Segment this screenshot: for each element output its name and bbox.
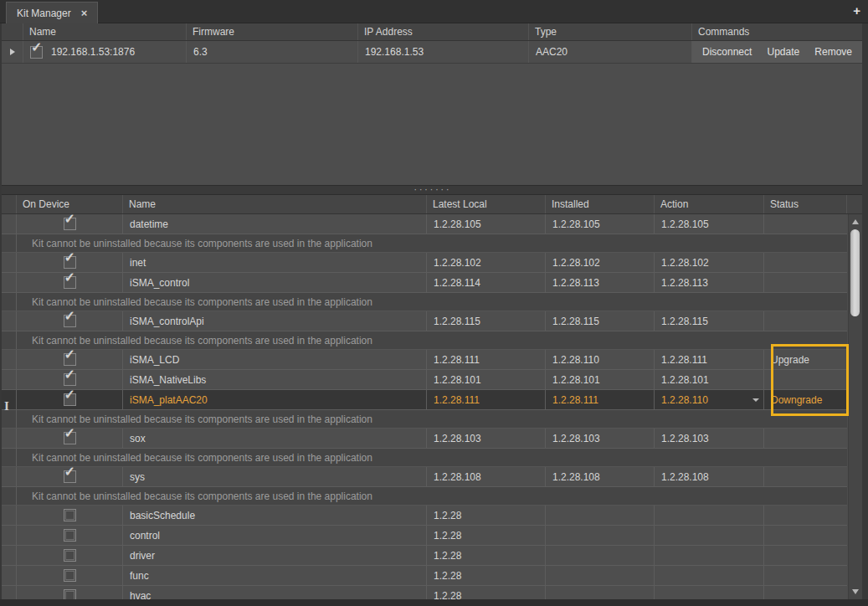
kit-action-cell[interactable] [655, 566, 764, 585]
device-column-commands[interactable]: Commands [692, 23, 862, 40]
device-name: 192.168.1.53:1876 [51, 46, 135, 58]
row-gutter [2, 487, 17, 505]
device-checkbox[interactable]: ✓ [30, 46, 43, 59]
kit-column-on-device[interactable]: On Device [17, 195, 123, 213]
kit-action-cell[interactable] [655, 506, 764, 525]
on-device-checkbox[interactable]: ✓ [64, 315, 76, 327]
kit-action-value: 1.2.28.102 [661, 257, 709, 269]
tab-close-icon[interactable]: × [81, 8, 88, 18]
row-gutter [2, 214, 17, 234]
kit-action-cell[interactable]: 1.2.28.113 [655, 273, 764, 292]
on-device-checkbox[interactable]: ✓ [64, 218, 76, 230]
device-row[interactable]: ✓ 192.168.1.53:1876 6.3 192.168.1.53 AAC… [2, 41, 862, 64]
kit-row[interactable]: func 1.2.28 [2, 566, 847, 586]
kit-row[interactable]: ✓ iSMA_platAAC20 1.2.28.111 1.2.28.111 1… [2, 390, 847, 410]
on-device-checkbox[interactable]: ✓ [64, 256, 76, 269]
kit-action-cell[interactable]: 1.2.28.103 [655, 429, 764, 448]
vertical-scrollbar[interactable] [848, 214, 862, 599]
kit-action-cell[interactable]: 1.2.28.105 [655, 214, 764, 234]
kit-action-value: 1.2.28.108 [661, 471, 709, 483]
kit-row[interactable]: ✓ iSMA_LCD 1.2.28.111 1.2.28.110 1.2.28.… [2, 350, 847, 370]
uninstall-message: Kit cannot be uninstalled because its co… [17, 410, 847, 428]
device-column-type[interactable]: Type [529, 23, 692, 40]
kit-name: func [123, 566, 427, 585]
device-table-header: Name Firmware IP Address Type Commands [2, 23, 862, 41]
kit-latest-local: 1.2.28.103 [427, 429, 546, 448]
on-device-checkbox[interactable]: ✓ [64, 470, 76, 483]
kit-name: iSMA_platAAC20 [123, 390, 427, 409]
kit-action-cell[interactable] [655, 526, 764, 545]
kit-column-status[interactable]: Status [764, 195, 847, 213]
on-device-checkbox[interactable]: ✓ [64, 432, 76, 444]
kit-action-cell[interactable]: 1.2.28.102 [655, 253, 764, 272]
kit-action-cell[interactable]: 1.2.28.108 [655, 467, 764, 486]
kit-latest-local: 1.2.28.111 [427, 350, 546, 369]
kit-column-action[interactable]: Action [655, 195, 764, 213]
scrollbar-thumb[interactable] [850, 229, 860, 316]
uninstall-message: Kit cannot be uninstalled because its co… [17, 449, 847, 466]
remove-button[interactable]: Remove [814, 46, 852, 58]
on-device-checkbox[interactable]: ✓ [64, 373, 76, 386]
kit-row[interactable]: ✓ iSMA_NativeLibs 1.2.28.101 1.2.28.101 … [2, 370, 847, 390]
kit-row[interactable]: ✓ iSMA_control 1.2.28.114 1.2.28.113 1.2… [2, 273, 847, 293]
kit-action-value: 1.2.28.105 [661, 218, 709, 230]
kit-row[interactable]: basicSchedule 1.2.28 [2, 506, 847, 526]
kit-row[interactable]: ✓ sox 1.2.28.103 1.2.28.103 1.2.28.103 [2, 429, 847, 449]
kit-action-cell[interactable] [655, 586, 764, 599]
kit-row[interactable]: control 1.2.28 [2, 526, 847, 546]
check-mark-icon: ✓ [31, 41, 42, 54]
device-column-firmware[interactable]: Firmware [187, 23, 358, 40]
on-device-checkbox[interactable] [64, 549, 76, 562]
scroll-up-icon[interactable] [852, 219, 859, 224]
check-mark-icon: ✓ [64, 370, 75, 382]
text-cursor-icon: I [4, 399, 9, 413]
kit-action-value: 1.2.28.113 [661, 277, 708, 289]
on-device-checkbox[interactable]: ✓ [64, 393, 76, 406]
kit-row[interactable]: ✓ sys 1.2.28.108 1.2.28.108 1.2.28.108 [2, 467, 847, 487]
device-column-name[interactable]: Name [23, 23, 187, 40]
kit-row[interactable]: driver 1.2.28 [2, 546, 847, 566]
kit-installed: 1.2.28.108 [546, 467, 655, 486]
kit-table: On Device Name Latest Local Installed Ac… [2, 195, 862, 599]
kit-table-header: On Device Name Latest Local Installed Ac… [2, 195, 862, 214]
kit-action-cell[interactable] [655, 546, 764, 565]
kit-latest-local: 1.2.28.101 [427, 370, 546, 389]
action-dropdown-icon[interactable] [752, 398, 759, 402]
on-device-checkbox[interactable] [64, 529, 76, 542]
row-gutter [2, 273, 17, 292]
kit-action-cell[interactable]: 1.2.28.115 [655, 311, 764, 331]
kit-status [764, 526, 847, 545]
row-gutter [2, 449, 17, 466]
device-header-gutter [2, 23, 23, 40]
kit-column-installed[interactable]: Installed [546, 195, 655, 213]
kit-column-latest-local[interactable]: Latest Local [427, 195, 546, 213]
check-mark-icon: ✓ [64, 311, 75, 323]
tab-kit-manager[interactable]: Kit Manager × [6, 2, 98, 23]
disconnect-button[interactable]: Disconnect [702, 46, 752, 58]
kit-name: iSMA_controlApi [123, 311, 427, 331]
kit-row[interactable]: hvac 1.2.28 [2, 586, 847, 599]
splitter-handle[interactable]: ······· [2, 186, 862, 195]
kit-action-cell[interactable]: 1.2.28.110 [655, 390, 764, 409]
kit-action-cell[interactable]: 1.2.28.111 [655, 350, 764, 369]
uninstall-message: Kit cannot be uninstalled because its co… [17, 487, 847, 505]
row-gutter [2, 311, 17, 331]
on-device-checkbox[interactable] [64, 589, 76, 599]
kit-row[interactable]: ✓ datetime 1.2.28.105 1.2.28.105 1.2.28.… [2, 214, 847, 234]
kit-latest-local: 1.2.28.111 [427, 390, 546, 409]
kit-row[interactable]: ✓ inet 1.2.28.102 1.2.28.102 1.2.28.102 [2, 253, 847, 273]
kit-status [764, 429, 847, 448]
on-device-checkbox[interactable] [64, 509, 76, 521]
on-device-checkbox[interactable]: ✓ [64, 276, 76, 289]
scroll-down-icon[interactable] [852, 589, 859, 594]
kit-action-cell[interactable]: 1.2.28.101 [655, 370, 764, 389]
device-column-ip[interactable]: IP Address [358, 23, 529, 40]
update-button[interactable]: Update [767, 46, 799, 58]
on-device-checkbox[interactable]: ✓ [64, 353, 76, 366]
add-tab-button[interactable]: + [853, 4, 860, 17]
kit-status [764, 253, 847, 272]
kit-latest-local: 1.2.28.114 [427, 273, 546, 292]
kit-column-name[interactable]: Name [123, 195, 427, 213]
on-device-checkbox[interactable] [64, 569, 76, 582]
kit-row[interactable]: ✓ iSMA_controlApi 1.2.28.115 1.2.28.115 … [2, 311, 847, 331]
